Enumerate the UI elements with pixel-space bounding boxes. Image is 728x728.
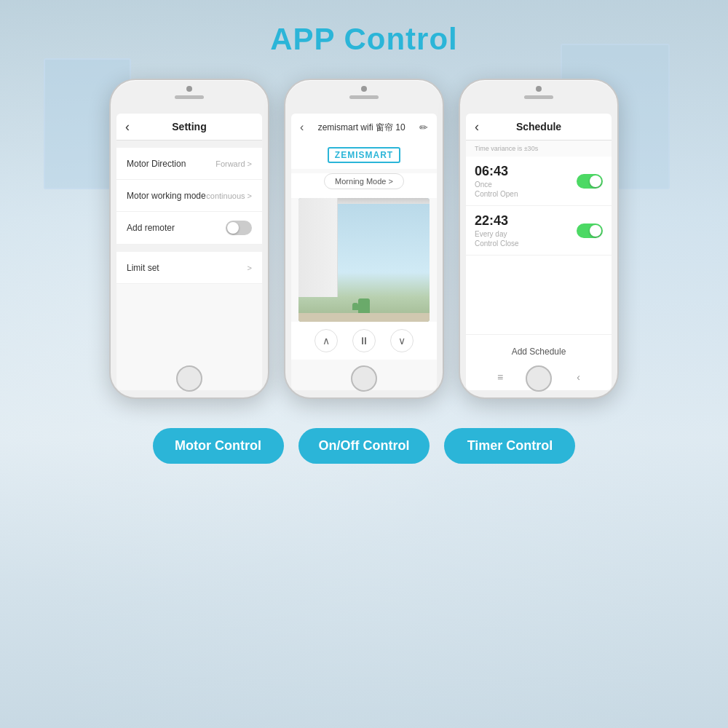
schedule-screen: ‹ Schedule Time variance is ±30s 06:43 O…: [466, 114, 612, 390]
limit-set-row[interactable]: Limit set >: [116, 252, 262, 284]
zemismart-logo: ZEMISMART: [328, 147, 400, 163]
onoff-control-label: On/Off Control: [298, 428, 430, 464]
limit-set-value: >: [248, 264, 252, 272]
add-remoter-label: Add remoter: [127, 223, 175, 233]
schedule-item-2[interactable]: 22:43 Every day Control Close: [466, 206, 612, 256]
close-button[interactable]: ∨: [390, 329, 414, 352]
app-screen: ‹ zemismart wifi 窗帘 10 ✏ ZEMISMART Morni…: [291, 114, 437, 390]
schedule-repeat-1: Once: [475, 181, 518, 189]
motor-direction-label: Motor Direction: [127, 159, 186, 169]
timer-control-label: Timer Control: [444, 428, 575, 464]
edit-icon[interactable]: ✏: [419, 122, 428, 133]
schedule-time-1: 06:43: [475, 164, 518, 179]
motor-direction-value: Forward >: [215, 159, 252, 168]
camera-2: [361, 86, 367, 92]
add-remoter-toggle[interactable]: [226, 221, 252, 235]
phone-motor-control: ‹ Setting Motor Direction Forward > Moto…: [109, 79, 269, 399]
schedule-toggle-2[interactable]: [577, 223, 603, 238]
morning-mode-button[interactable]: Morning Mode >: [324, 173, 404, 189]
motor-working-mode-value: continuous >: [206, 191, 252, 200]
motor-direction-row[interactable]: Motor Direction Forward >: [116, 148, 262, 180]
back-arrow-2[interactable]: ‹: [300, 121, 304, 134]
app-header: ‹ zemismart wifi 窗帘 10 ✏: [291, 114, 437, 141]
add-remoter-row[interactable]: Add remoter: [116, 212, 262, 245]
phone-top-1: [111, 80, 268, 114]
settings-header: ‹ Setting: [116, 114, 262, 141]
schedule-action-2: Control Close: [475, 240, 519, 248]
phone-top-3: [460, 80, 617, 114]
mode-area: Morning Mode >: [291, 173, 437, 198]
phone-timer-control: ‹ Schedule Time variance is ±30s 06:43 O…: [459, 79, 619, 399]
schedule-title: Schedule: [516, 121, 561, 132]
home-button-2[interactable]: [351, 365, 377, 392]
phone-onoff-control: ‹ zemismart wifi 窗帘 10 ✏ ZEMISMART Morni…: [284, 79, 444, 399]
schedule-header: ‹ Schedule: [466, 114, 612, 141]
home-button-1[interactable]: [176, 365, 202, 392]
speaker-3: [524, 95, 553, 99]
nav-back-icon[interactable]: ‹: [577, 371, 580, 383]
back-arrow-3[interactable]: ‹: [475, 119, 479, 135]
schedule-item-1-info: 06:43 Once Control Open: [475, 164, 518, 198]
settings-screen: ‹ Setting Motor Direction Forward > Moto…: [116, 114, 262, 390]
phone-screen-2: ‹ zemismart wifi 窗帘 10 ✏ ZEMISMART Morni…: [291, 114, 437, 390]
camera-1: [186, 86, 192, 92]
page-title: APP Control: [270, 22, 458, 57]
schedule-item-2-info: 22:43 Every day Control Close: [475, 213, 519, 248]
app-title: zemismart wifi 窗帘 10: [318, 122, 405, 134]
window-sill: [298, 313, 430, 322]
speaker-2: [349, 95, 379, 99]
settings-title: Setting: [172, 121, 206, 132]
window-frame: [298, 198, 430, 322]
motor-control-label: Motor Control: [153, 428, 284, 464]
labels-row: Motor Control On/Off Control Timer Contr…: [153, 428, 576, 464]
phones-row: ‹ Setting Motor Direction Forward > Moto…: [109, 79, 619, 399]
phone-top-2: [285, 80, 443, 114]
schedule-notice: Time variance is ±30s: [466, 141, 612, 157]
back-arrow-1[interactable]: ‹: [125, 119, 130, 135]
divider-1: [116, 141, 262, 148]
pause-button[interactable]: ⏸: [352, 329, 376, 352]
divider-2: [116, 245, 262, 252]
nav-menu-icon[interactable]: ≡: [497, 371, 503, 383]
motor-working-mode-label: Motor working mode: [127, 191, 206, 201]
curtain-area: [298, 198, 430, 322]
home-button-3[interactable]: [526, 365, 552, 392]
open-button[interactable]: ∧: [314, 329, 338, 352]
schedule-repeat-2: Every day: [475, 230, 519, 238]
main-content: APP Control ‹ Setting Motor Direction Fo…: [0, 0, 728, 728]
curtain-left: [298, 198, 338, 297]
schedule-toggle-1[interactable]: [577, 174, 603, 189]
motor-working-mode-row[interactable]: Motor working mode continuous >: [116, 180, 262, 212]
logo-area: ZEMISMART: [291, 141, 437, 169]
limit-set-label: Limit set: [127, 263, 159, 273]
schedule-item-1[interactable]: 06:43 Once Control Open: [466, 157, 612, 206]
control-buttons: ∧ ⏸ ∨: [291, 322, 437, 360]
schedule-time-2: 22:43: [475, 213, 519, 229]
add-schedule-button[interactable]: Add Schedule: [466, 334, 612, 368]
camera-3: [536, 86, 542, 92]
schedule-action-1: Control Open: [475, 190, 518, 198]
phone-screen-1: ‹ Setting Motor Direction Forward > Moto…: [116, 114, 262, 390]
phone-screen-3: ‹ Schedule Time variance is ±30s 06:43 O…: [466, 114, 612, 390]
speaker-1: [175, 95, 204, 99]
